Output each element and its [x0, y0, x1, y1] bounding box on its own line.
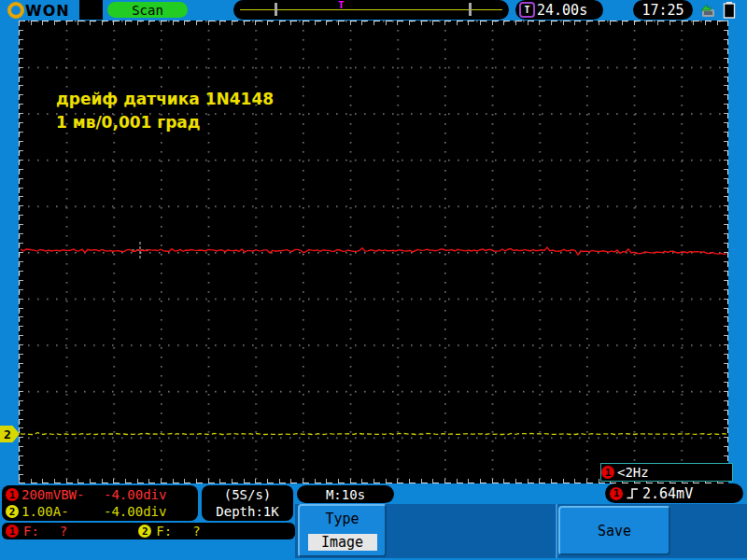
- memory-depth: Depth:1K: [202, 503, 293, 520]
- waveform-layer: [19, 21, 728, 483]
- type-selected-value[interactable]: Image: [308, 534, 377, 551]
- ch2-trace: [21, 433, 726, 435]
- channel-2-freq-label: F:: [156, 524, 172, 539]
- window-start-marker: [275, 3, 277, 16]
- sample-rate: (5S/s): [202, 486, 293, 503]
- channel-2-vertical-scale: 1.00A-: [21, 504, 104, 519]
- channel-2-position: -4.00div: [104, 504, 166, 519]
- channel-1-badge: 1: [6, 488, 19, 501]
- save-label: Save: [598, 523, 631, 539]
- save-button[interactable]: Save: [558, 506, 670, 555]
- channel-2-badge: 2: [138, 525, 151, 538]
- channel-1-badge: 1: [601, 466, 614, 479]
- trigger-level-display: 1 2.64mV: [605, 483, 743, 503]
- channel-2-freq-value: ?: [192, 524, 200, 539]
- horizontal-position-indicator: T: [233, 0, 509, 20]
- usb-storage-icon: [698, 2, 717, 22]
- channel-1-vertical-scale: 200mVBW-: [21, 487, 104, 502]
- brand-logo: WON: [7, 1, 70, 20]
- rising-edge-icon: [623, 486, 640, 500]
- trigger-frequency-value: <2Hz: [617, 465, 649, 480]
- acquisition-mode-badge: Scan: [107, 2, 188, 18]
- record-window-line: [240, 9, 502, 10]
- menu-separator-line: [556, 504, 557, 558]
- logo-separator: [79, 0, 103, 20]
- clock-display: 17:25: [633, 0, 693, 20]
- channel-1-badge: 1: [6, 525, 19, 538]
- channel-2-info-row: 2 1.00A- -4.00div: [6, 503, 198, 520]
- trigger-position-marker: T: [338, 0, 345, 11]
- timebase-display: M:10s: [297, 485, 394, 503]
- graticule-area: дрейф датчика 1N4148 1 мв/0,001 град 1 <…: [19, 21, 728, 483]
- trigger-time-display: T 24.00s: [515, 0, 603, 20]
- channel-1-freq-label: F:: [23, 524, 39, 539]
- type-softkey-button[interactable]: Type Image: [298, 504, 387, 557]
- channel-info-box: 1 200mVBW- -4.00div 2 1.00A- -4.00div: [2, 485, 198, 521]
- acquisition-info-box: (5S/s) Depth:1K: [202, 485, 293, 521]
- type-label: Type: [300, 511, 385, 527]
- top-bar: WON Scan T T 24.00s 17:25: [0, 0, 747, 21]
- oscilloscope-screen: WON Scan T T 24.00s 17:25: [0, 0, 747, 560]
- logo-o-ring-icon: [7, 2, 24, 19]
- clock-value: 17:25: [641, 2, 684, 19]
- channel-1-badge: 1: [610, 487, 623, 500]
- channel-2-badge: 2: [6, 505, 19, 518]
- trigger-frequency-indicator: 1 <2Hz: [600, 463, 733, 482]
- channel-1-position: -4.00div: [104, 487, 166, 502]
- ch1-trace: [21, 247, 726, 255]
- window-end-marker: [469, 3, 472, 16]
- brand-wordmark: WON: [25, 2, 70, 20]
- trigger-t-icon: T: [519, 2, 535, 18]
- trigger-time-value: 24.00s: [537, 2, 587, 19]
- channel-1-info-row: 1 200mVBW- -4.00div: [6, 486, 198, 503]
- trigger-level-value: 2.64mV: [642, 485, 693, 502]
- channel-1-freq-value: ?: [60, 524, 67, 539]
- channel-2-position-marker: 2: [0, 426, 20, 442]
- frequency-counter-bar: 1 F: ? 2 F: ?: [2, 523, 295, 539]
